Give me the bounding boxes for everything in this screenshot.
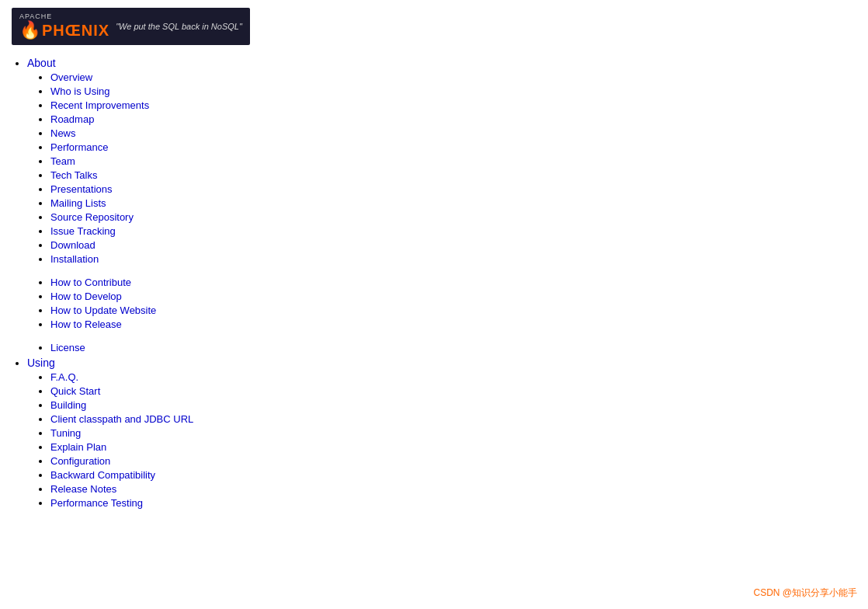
quick-start-link[interactable]: Quick Start (50, 385, 100, 397)
source-repository-link[interactable]: Source Repository (50, 211, 134, 223)
team-link[interactable]: Team (50, 155, 75, 167)
backward-compatibility-link[interactable]: Backward Compatibility (50, 469, 155, 481)
logo: APACHE 🔥 PHŒNIX (19, 12, 109, 40)
about-submenu: Overview Who is Using Recent Improvement… (27, 71, 856, 353)
list-item: Performance (50, 141, 856, 153)
list-item: License (50, 341, 856, 353)
list-item: Team (50, 155, 856, 167)
download-link[interactable]: Download (50, 239, 95, 251)
list-item: Mailing Lists (50, 197, 856, 209)
apache-label: APACHE (19, 12, 109, 20)
list-item: Roadmap (50, 113, 856, 125)
issue-tracking-link[interactable]: Issue Tracking (50, 225, 116, 237)
how-to-release-link[interactable]: How to Release (50, 318, 122, 330)
presentations-link[interactable]: Presentations (50, 183, 113, 195)
list-item: News (50, 127, 856, 139)
installation-link[interactable]: Installation (50, 253, 99, 265)
how-to-develop-link[interactable]: How to Develop (50, 291, 122, 302)
how-to-update-website-link[interactable]: How to Update Website (50, 304, 156, 316)
list-item: Quick Start (50, 385, 856, 397)
overview-link[interactable]: Overview (50, 71, 92, 83)
list-item: Download (50, 238, 856, 251)
logo-bar[interactable]: APACHE 🔥 PHŒNIX "We put the SQL back in … (12, 8, 250, 45)
logo-name: PHŒNIX (42, 22, 109, 40)
faq-link[interactable]: F.A.Q. (50, 371, 78, 383)
recent-improvements-link[interactable]: Recent Improvements (50, 99, 149, 111)
list-item: Recent Improvements (50, 99, 856, 111)
how-to-contribute-link[interactable]: How to Contribute (50, 277, 131, 288)
list-item: Overview (50, 71, 856, 83)
tech-talks-link[interactable]: Tech Talks (50, 169, 97, 181)
performance-link[interactable]: Performance (50, 141, 108, 153)
explain-plan-link[interactable]: Explain Plan (50, 441, 106, 453)
list-item: Building (50, 398, 856, 411)
about-link[interactable]: About (27, 57, 56, 69)
empty-item (50, 332, 856, 339)
roadmap-link[interactable]: Roadmap (50, 113, 94, 125)
empty-item (50, 266, 856, 274)
list-item: Configuration (50, 454, 856, 467)
list-item: Release Notes (50, 482, 856, 495)
tuning-link[interactable]: Tuning (50, 427, 81, 439)
list-item: F.A.Q. (50, 371, 856, 383)
license-link[interactable]: License (50, 342, 85, 353)
list-item: How to Release (50, 318, 856, 330)
configuration-link[interactable]: Configuration (50, 455, 110, 467)
using-submenu: F.A.Q. Quick Start Building Client class… (27, 371, 856, 509)
list-item: Client classpath and JDBC URL (50, 412, 856, 425)
about-section: About Overview Who is Using Recent Impro… (27, 57, 856, 353)
list-item: Source Repository (50, 211, 856, 223)
list-item: How to Contribute (50, 276, 856, 288)
main-nav: About Overview Who is Using Recent Impro… (12, 57, 856, 509)
logo-flame: 🔥 (19, 20, 40, 40)
list-item: Tech Talks (50, 169, 856, 181)
list-item: Issue Tracking (50, 224, 856, 237)
news-link[interactable]: News (50, 127, 76, 139)
mailing-lists-link[interactable]: Mailing Lists (50, 197, 106, 209)
building-link[interactable]: Building (50, 399, 86, 411)
using-link[interactable]: Using (27, 357, 55, 369)
list-item: Presentations (50, 183, 856, 195)
using-section: Using F.A.Q. Quick Start Building Client… (27, 357, 856, 509)
list-item: Installation (50, 252, 856, 265)
release-notes-link[interactable]: Release Notes (50, 483, 116, 495)
list-item: Backward Compatibility (50, 468, 856, 481)
client-classpath-link[interactable]: Client classpath and JDBC URL (50, 413, 193, 425)
list-item: Tuning (50, 426, 856, 439)
list-item: How to Update Website (50, 304, 856, 316)
logo-tagline: "We put the SQL back in NoSQL" (116, 22, 242, 31)
list-item: Explain Plan (50, 440, 856, 453)
list-item: Who is Using (50, 85, 856, 97)
list-item: Performance Testing (50, 496, 856, 509)
list-item: How to Develop (50, 290, 856, 302)
performance-testing-link[interactable]: Performance Testing (50, 497, 143, 509)
who-is-using-link[interactable]: Who is Using (50, 85, 110, 97)
